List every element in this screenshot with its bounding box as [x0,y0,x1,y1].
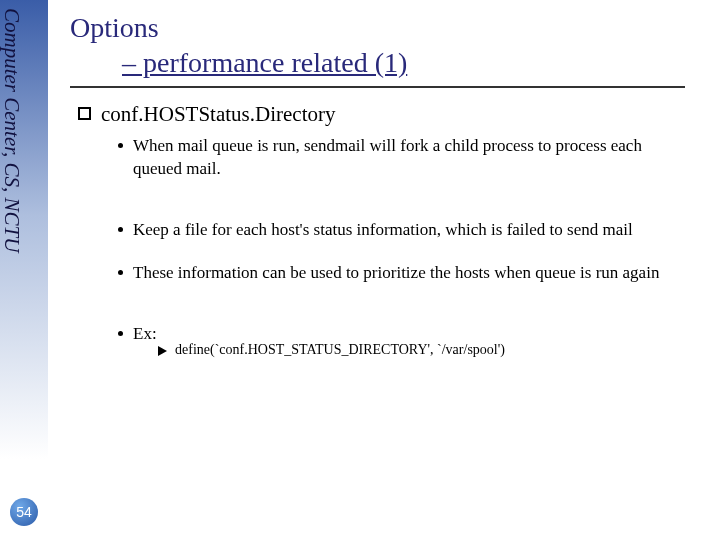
item-text: When mail queue is run, sendmail will fo… [133,135,693,181]
title-line-1: Options [70,10,700,45]
title-line-2: – performance related (1) [70,45,700,80]
list-item: These information can be used to priorit… [118,262,700,285]
list-item: Keep a file for each host's status infor… [118,219,700,242]
slide-content: Options – performance related (1) conf.H… [70,10,700,358]
triangle-bullet-icon [158,346,167,356]
item-text: These information can be used to priorit… [133,262,659,285]
example-row: define(`conf.HOST_STATUS_DIRECTORY', `/v… [158,342,700,358]
dot-bullet-icon [118,331,123,336]
list-item: When mail queue is run, sendmail will fo… [118,135,700,181]
main-bullet-text: conf.HOSTStatus.Directory [101,102,335,127]
item-text: Ex: [133,323,157,346]
slide-title: Options – performance related (1) [70,10,700,80]
dot-bullet-icon [118,270,123,275]
example-text: define(`conf.HOST_STATUS_DIRECTORY', `/v… [175,342,505,358]
dot-bullet-icon [118,143,123,148]
page-number-badge: 54 [10,498,38,526]
square-bullet-icon [78,107,91,120]
sub-list: When mail queue is run, sendmail will fo… [118,135,700,346]
sidebar-gradient: Computer Center, CS, NCTU [0,0,48,540]
title-underline-rule [70,86,685,88]
sidebar-label: Computer Center, CS, NCTU [0,8,24,252]
main-bullet-row: conf.HOSTStatus.Directory [78,102,700,127]
dot-bullet-icon [118,227,123,232]
item-text: Keep a file for each host's status infor… [133,219,633,242]
